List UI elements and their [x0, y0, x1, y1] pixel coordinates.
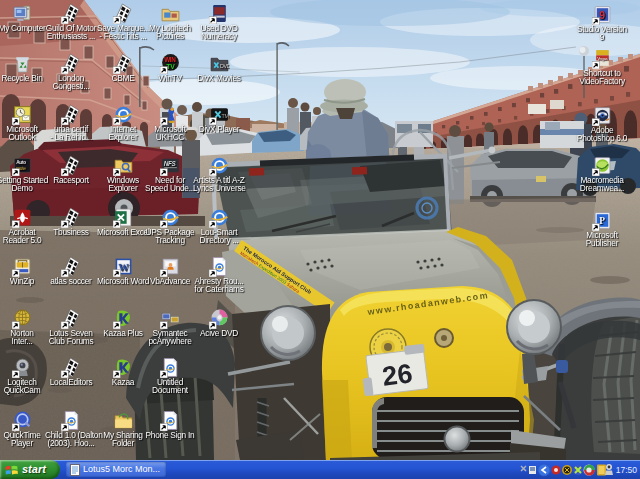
svg-text:26: 26: [381, 358, 414, 391]
